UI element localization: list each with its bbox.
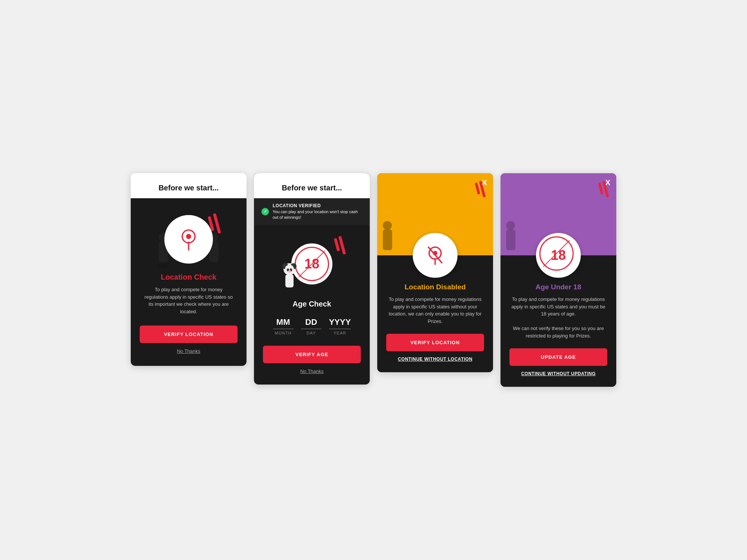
location-icon [164, 215, 213, 264]
update-age-button[interactable]: UPDATE AGE [509, 348, 607, 366]
card4-top: X 18 [500, 173, 616, 255]
card1-section-title: Location Check [161, 273, 217, 281]
svg-rect-16 [383, 230, 392, 250]
card3-verify-location-button[interactable]: VERIFY LOCATION [386, 334, 484, 351]
card4-section-title: Age Under 18 [536, 283, 581, 291]
card2-main: 18 Age Check MM MONTH DD DAY YYYY YEAR [254, 225, 370, 385]
continue-without-location-button[interactable]: CONTINUE WITHOUT LOCATION [398, 357, 472, 362]
dob-year-value[interactable]: YYYY [329, 317, 351, 329]
panda-icon [280, 262, 299, 294]
dob-day-field[interactable]: DD DAY [301, 317, 322, 335]
card1-icon-wrapper [155, 209, 222, 269]
card4-age-18-text: 18 [551, 248, 566, 263]
card3-top: X [377, 173, 493, 255]
card-age-check: Before we start... ✓ LOCATION VERIFIED Y… [254, 173, 370, 385]
dob-month-value[interactable]: MM [273, 317, 294, 329]
dob-month-label: MONTH [275, 331, 291, 335]
no-location-icon-circle [413, 233, 458, 278]
age-under-18-icon-circle: 18 [536, 233, 581, 278]
continue-without-updating-button[interactable]: CONTINUE WITHOUT UPDATING [521, 371, 596, 376]
card3-athlete-bg [379, 220, 400, 255]
card4-athlete-bg [502, 220, 523, 255]
svg-point-0 [157, 264, 168, 268]
dob-fields: MM MONTH DD DAY YYYY YEAR [263, 317, 361, 335]
card4-desc: To play and compete for money regulation… [509, 296, 607, 339]
screens-container: Before we start... [131, 173, 616, 387]
card3-section-title: Location Disabled [405, 283, 466, 291]
svg-rect-15 [285, 274, 294, 287]
card1-title: Before we start... [140, 184, 238, 192]
card1-top: Before we start... [131, 173, 247, 198]
card1-main: Location Check To play and compete for m… [131, 198, 247, 366]
dob-day-label: DAY [307, 331, 316, 335]
dob-year-field[interactable]: YYYY YEAR [329, 317, 351, 335]
dob-day-value[interactable]: DD [301, 317, 322, 329]
svg-point-14 [288, 270, 291, 273]
verified-text: LOCATION VERIFIED You can play and your … [273, 203, 362, 221]
card3-desc: To play and compete for money regulation… [386, 296, 484, 325]
svg-point-17 [383, 221, 392, 230]
card2-top: Before we start... [254, 173, 370, 198]
svg-point-23 [506, 221, 515, 230]
dob-month-field[interactable]: MM MONTH [273, 317, 294, 335]
card2-title: Before we start... [263, 184, 361, 192]
svg-point-4 [186, 234, 191, 239]
verify-age-button[interactable]: VERIFY AGE [263, 346, 361, 363]
card-age-under-18: X 18 Age Under 18 [500, 173, 616, 387]
svg-rect-22 [506, 230, 515, 250]
verified-badge-icon: ✓ [261, 208, 269, 215]
card2-no-thanks-button[interactable]: No Thanks [300, 368, 324, 374]
dob-year-label: YEAR [334, 331, 346, 335]
verify-location-button[interactable]: VERIFY LOCATION [140, 326, 238, 343]
card2-icon-wrapper: 18 [278, 234, 345, 294]
card2-section-title: Age Check [292, 300, 331, 308]
card1-no-thanks-button[interactable]: No Thanks [177, 348, 201, 354]
card1-desc: To play and compete for money regulation… [144, 286, 233, 315]
card2-verified-bar: ✓ LOCATION VERIFIED You can play and you… [254, 198, 370, 225]
card-location-disabled: X [377, 173, 493, 372]
card-location-check: Before we start... [131, 173, 247, 366]
